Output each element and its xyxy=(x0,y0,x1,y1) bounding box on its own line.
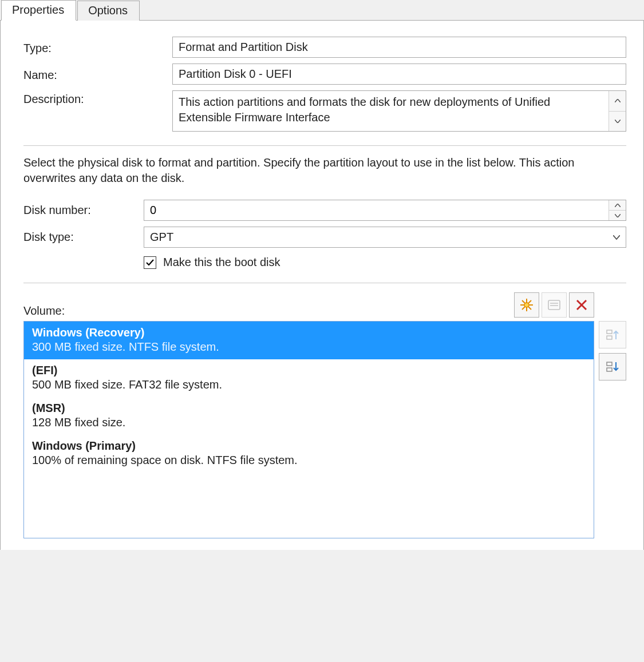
type-label: Type: xyxy=(23,39,172,55)
boot-disk-label: Make this the boot disk xyxy=(163,256,280,269)
volume-label: Volume: xyxy=(23,304,514,318)
divider xyxy=(23,145,626,146)
volume-item-title: Windows (Recovery) xyxy=(32,326,586,339)
description-label: Description: xyxy=(23,90,172,106)
volume-item-subtitle: 100% of remaining space on disk. NTFS fi… xyxy=(32,454,586,467)
volume-item-title: (EFI) xyxy=(32,364,586,377)
disk-number-stepper[interactable] xyxy=(144,200,626,221)
svg-rect-12 xyxy=(607,362,612,366)
volume-item-title: Windows (Primary) xyxy=(32,439,586,453)
sunburst-icon xyxy=(519,298,534,312)
disk-type-select[interactable]: GPT xyxy=(144,227,626,248)
scroll-down-icon[interactable] xyxy=(609,112,626,132)
volume-toolbar xyxy=(514,292,594,318)
properties-icon xyxy=(547,298,562,312)
volume-item[interactable]: Windows (Recovery)300 MB fixed size. NTF… xyxy=(24,322,594,359)
svg-rect-11 xyxy=(607,336,612,339)
move-down-button[interactable] xyxy=(599,353,626,380)
tab-options[interactable]: Options xyxy=(77,1,140,21)
tab-strip: Properties Options xyxy=(0,0,644,21)
partition-properties-button xyxy=(542,292,567,318)
scroll-up-icon[interactable] xyxy=(609,91,626,112)
name-input[interactable] xyxy=(172,64,626,85)
properties-panel: Type: Format and Partition Disk Name: De… xyxy=(0,21,644,550)
volume-item[interactable]: (EFI)500 MB fixed size. FAT32 file syste… xyxy=(24,359,594,397)
svg-rect-10 xyxy=(607,330,612,334)
description-field[interactable]: This action partitions and formats the d… xyxy=(172,90,626,132)
boot-disk-checkbox[interactable] xyxy=(144,256,156,269)
delete-x-icon xyxy=(574,298,589,312)
chevron-down-icon xyxy=(609,235,620,240)
description-scrollbar[interactable] xyxy=(609,91,626,131)
type-value: Format and Partition Disk xyxy=(172,37,626,58)
name-label: Name: xyxy=(23,66,172,82)
disk-number-input[interactable] xyxy=(144,200,609,220)
disk-number-label: Disk number: xyxy=(23,204,144,217)
svg-rect-5 xyxy=(548,300,560,310)
volume-item[interactable]: Windows (Primary)100% of remaining space… xyxy=(24,435,594,473)
instruction-text: Select the physical disk to format and p… xyxy=(23,155,626,186)
stepper-down-icon[interactable] xyxy=(609,211,626,220)
volume-list[interactable]: Windows (Recovery)300 MB fixed size. NTF… xyxy=(23,321,594,538)
divider xyxy=(23,283,626,283)
move-up-button xyxy=(599,321,626,348)
move-down-icon xyxy=(605,359,621,375)
svg-point-4 xyxy=(524,303,529,307)
disk-type-value: GPT xyxy=(150,231,609,244)
check-icon xyxy=(145,258,155,267)
description-text[interactable]: This action partitions and formats the d… xyxy=(173,91,609,131)
volume-item-title: (MSR) xyxy=(32,402,586,415)
move-up-icon xyxy=(605,327,621,343)
volume-item-subtitle: 128 MB fixed size. xyxy=(32,416,586,429)
tab-properties[interactable]: Properties xyxy=(1,0,76,21)
delete-partition-button[interactable] xyxy=(569,292,594,318)
volume-item-subtitle: 300 MB fixed size. NTFS file system. xyxy=(32,340,586,354)
new-partition-button[interactable] xyxy=(514,292,539,318)
stepper-up-icon[interactable] xyxy=(609,200,626,211)
volume-item[interactable]: (MSR)128 MB fixed size. xyxy=(24,397,594,435)
disk-type-label: Disk type: xyxy=(23,231,144,244)
volume-item-subtitle: 500 MB fixed size. FAT32 file system. xyxy=(32,378,586,391)
svg-rect-13 xyxy=(607,368,612,371)
